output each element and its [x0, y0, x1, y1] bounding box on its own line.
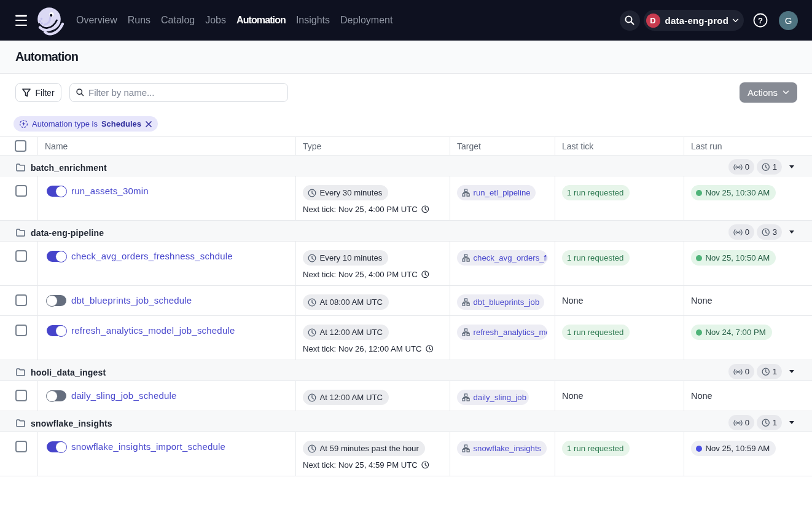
svg-text:?: ?	[758, 16, 763, 25]
